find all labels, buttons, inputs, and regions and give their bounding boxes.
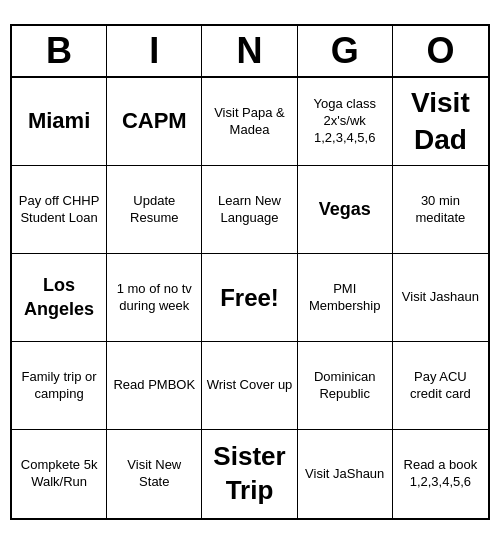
bingo-letter: G [298, 26, 393, 76]
bingo-cell-19: Pay ACU credit card [393, 342, 488, 430]
bingo-letter: B [12, 26, 107, 76]
bingo-cell-17: Wrist Cover up [202, 342, 297, 430]
bingo-cell-6: Update Resume [107, 166, 202, 254]
bingo-cell-11: 1 mo of no tv during week [107, 254, 202, 342]
bingo-cell-2: Visit Papa & Madea [202, 78, 297, 166]
bingo-cell-7: Learn New Language [202, 166, 297, 254]
bingo-cell-21: Visit New State [107, 430, 202, 518]
bingo-cell-23: Visit JaShaun [298, 430, 393, 518]
bingo-cell-8: Vegas [298, 166, 393, 254]
bingo-cell-20: Compkete 5k Walk/Run [12, 430, 107, 518]
bingo-cell-13: PMI Membership [298, 254, 393, 342]
bingo-header: BINGO [12, 26, 488, 78]
bingo-cell-14: Visit Jashaun [393, 254, 488, 342]
bingo-letter: N [202, 26, 297, 76]
bingo-cell-0: Miami [12, 78, 107, 166]
bingo-cell-16: Read PMBOK [107, 342, 202, 430]
bingo-cell-18: Dominican Republic [298, 342, 393, 430]
bingo-cell-5: Pay off CHHP Student Loan [12, 166, 107, 254]
bingo-cell-4: Visit Dad [393, 78, 488, 166]
bingo-card: BINGO MiamiCAPMVisit Papa & MadeaYoga cl… [10, 24, 490, 520]
bingo-cell-9: 30 min meditate [393, 166, 488, 254]
bingo-cell-10: Los Angeles [12, 254, 107, 342]
bingo-cell-12: Free! [202, 254, 297, 342]
bingo-letter: I [107, 26, 202, 76]
bingo-letter: O [393, 26, 488, 76]
bingo-cell-3: Yoga class 2x's/wk 1,2,3,4,5,6 [298, 78, 393, 166]
bingo-cell-22: Sister Trip [202, 430, 297, 518]
bingo-cell-1: CAPM [107, 78, 202, 166]
bingo-cell-15: Family trip or camping [12, 342, 107, 430]
bingo-cell-24: Read a book 1,2,3,4,5,6 [393, 430, 488, 518]
bingo-grid: MiamiCAPMVisit Papa & MadeaYoga class 2x… [12, 78, 488, 518]
